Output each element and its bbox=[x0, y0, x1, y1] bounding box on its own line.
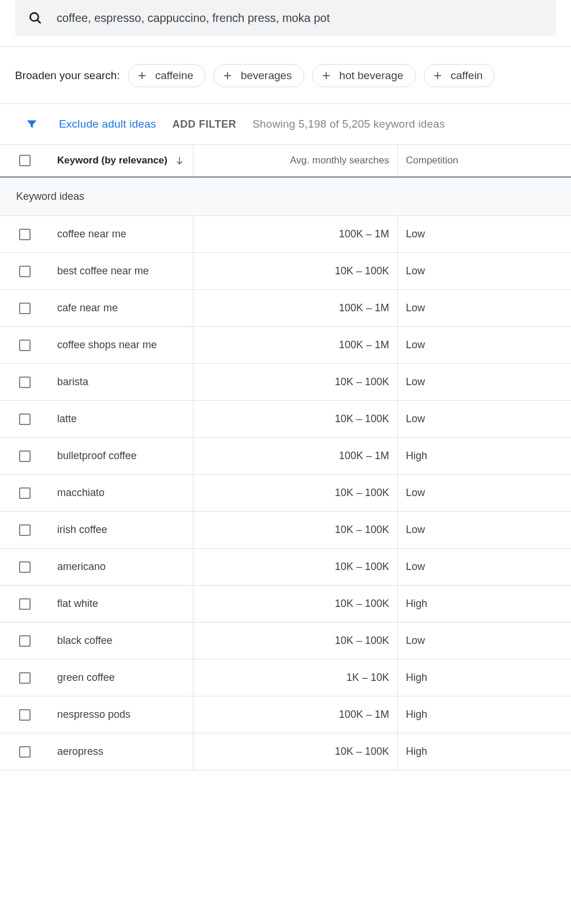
table-row: nespresso pods100K – 1MHigh bbox=[0, 696, 571, 733]
table-row: green coffee1K – 10KHigh bbox=[0, 660, 571, 696]
row-checkbox-cell[interactable] bbox=[0, 401, 49, 437]
chip-label: caffeine bbox=[155, 69, 193, 82]
plus-icon bbox=[137, 70, 147, 81]
row-comp-cell: High bbox=[397, 696, 571, 733]
row-keyword-cell[interactable]: latte bbox=[49, 401, 193, 437]
table-row: macchiato10K – 100KLow bbox=[0, 475, 571, 512]
row-keyword-cell[interactable]: best coffee near me bbox=[49, 253, 193, 289]
row-keyword-cell[interactable]: coffee shops near me bbox=[49, 327, 193, 363]
select-all-checkbox[interactable] bbox=[19, 155, 31, 166]
row-keyword-cell[interactable]: coffee near me bbox=[49, 216, 193, 252]
plus-icon bbox=[321, 70, 331, 81]
table-row: best coffee near me10K – 100KLow bbox=[0, 253, 571, 290]
row-checkbox[interactable] bbox=[19, 672, 31, 684]
row-checkbox[interactable] bbox=[19, 377, 31, 388]
table-row: flat white10K – 100KHigh bbox=[0, 586, 571, 623]
row-checkbox[interactable] bbox=[19, 561, 31, 573]
row-keyword-cell[interactable]: macchiato bbox=[49, 475, 193, 511]
row-checkbox[interactable] bbox=[19, 266, 31, 277]
row-checkbox-cell[interactable] bbox=[0, 216, 49, 252]
row-checkbox-cell[interactable] bbox=[0, 696, 49, 733]
row-keyword-cell[interactable]: green coffee bbox=[49, 660, 193, 696]
filter-bar: Exclude adult ideas ADD FILTER Showing 5… bbox=[0, 104, 571, 145]
row-checkbox-cell[interactable] bbox=[0, 364, 49, 400]
row-checkbox-cell[interactable] bbox=[0, 733, 49, 770]
row-avg-cell: 100K – 1M bbox=[193, 438, 397, 474]
sort-arrow-icon bbox=[174, 155, 185, 166]
column-keyword[interactable]: Keyword (by relevance) bbox=[49, 145, 193, 176]
search-icon bbox=[28, 10, 43, 25]
row-checkbox-cell[interactable] bbox=[0, 512, 49, 548]
row-checkbox-cell[interactable] bbox=[0, 438, 49, 474]
row-checkbox[interactable] bbox=[19, 229, 31, 240]
row-keyword-cell[interactable]: aeropress bbox=[49, 733, 193, 770]
exclude-adult-ideas-link[interactable]: Exclude adult ideas bbox=[59, 118, 156, 131]
row-checkbox[interactable] bbox=[19, 303, 31, 314]
row-avg-cell: 10K – 100K bbox=[193, 401, 397, 437]
row-checkbox-cell[interactable] bbox=[0, 327, 49, 363]
row-keyword-cell[interactable]: bulletproof coffee bbox=[49, 438, 193, 474]
row-checkbox[interactable] bbox=[19, 746, 31, 758]
row-checkbox[interactable] bbox=[19, 450, 31, 462]
row-comp-cell: Low bbox=[397, 290, 571, 326]
broaden-row: Broaden your search: caffeinebeveragesho… bbox=[0, 47, 571, 104]
row-avg-cell: 10K – 100K bbox=[193, 253, 397, 289]
filter-icon[interactable] bbox=[25, 118, 38, 131]
row-checkbox-cell[interactable] bbox=[0, 549, 49, 585]
column-avg-searches[interactable]: Avg. monthly searches bbox=[193, 145, 397, 176]
row-checkbox-cell[interactable] bbox=[0, 475, 49, 511]
table-row: bulletproof coffee100K – 1MHigh bbox=[0, 438, 571, 475]
row-comp-cell: Low bbox=[397, 253, 571, 289]
broaden-chip[interactable]: caffeine bbox=[128, 64, 206, 87]
row-keyword-cell[interactable]: black coffee bbox=[49, 623, 193, 659]
broaden-chip[interactable]: hot beverage bbox=[312, 64, 416, 87]
row-avg-cell: 10K – 100K bbox=[193, 512, 397, 548]
row-comp-cell: Low bbox=[397, 512, 571, 548]
row-checkbox[interactable] bbox=[19, 487, 31, 499]
table-row: barista10K – 100KLow bbox=[0, 364, 571, 401]
row-checkbox[interactable] bbox=[19, 413, 31, 425]
broaden-chip[interactable]: beverages bbox=[214, 64, 304, 87]
column-keyword-label: Keyword (by relevance) bbox=[57, 154, 167, 167]
row-checkbox[interactable] bbox=[19, 598, 31, 610]
row-keyword-cell[interactable]: flat white bbox=[49, 586, 193, 622]
search-bar[interactable]: coffee, espresso, cappuccino, french pre… bbox=[15, 0, 556, 36]
row-checkbox-cell[interactable] bbox=[0, 623, 49, 659]
row-avg-cell: 10K – 100K bbox=[193, 733, 397, 770]
plus-icon bbox=[432, 70, 443, 81]
table-row: latte10K – 100KLow bbox=[0, 401, 571, 438]
row-avg-cell: 100K – 1M bbox=[193, 327, 397, 363]
showing-count: Showing 5,198 of 5,205 keyword ideas bbox=[252, 118, 445, 131]
add-filter-button[interactable]: ADD FILTER bbox=[173, 118, 237, 131]
table-row: coffee near me100K – 1MLow bbox=[0, 216, 571, 253]
broaden-label: Broaden your search: bbox=[15, 69, 120, 82]
row-keyword-cell[interactable]: nespresso pods bbox=[49, 696, 193, 733]
row-avg-cell: 10K – 100K bbox=[193, 623, 397, 659]
row-comp-cell: Low bbox=[397, 327, 571, 363]
row-checkbox-cell[interactable] bbox=[0, 290, 49, 326]
column-competition[interactable]: Competition bbox=[397, 145, 571, 176]
row-comp-cell: High bbox=[397, 586, 571, 622]
row-keyword-cell[interactable]: barista bbox=[49, 364, 193, 400]
row-keyword-cell[interactable]: americano bbox=[49, 549, 193, 585]
row-checkbox[interactable] bbox=[19, 340, 31, 351]
row-checkbox-cell[interactable] bbox=[0, 253, 49, 289]
row-comp-cell: High bbox=[397, 660, 571, 696]
table-row: aeropress10K – 100KHigh bbox=[0, 733, 571, 770]
row-avg-cell: 10K – 100K bbox=[193, 586, 397, 622]
row-checkbox-cell[interactable] bbox=[0, 660, 49, 696]
row-comp-cell: Low bbox=[397, 364, 571, 400]
row-keyword-cell[interactable]: cafe near me bbox=[49, 290, 193, 326]
row-avg-cell: 10K – 100K bbox=[193, 475, 397, 511]
broaden-chip[interactable]: caffein bbox=[424, 64, 495, 87]
row-keyword-cell[interactable]: irish coffee bbox=[49, 512, 193, 548]
row-checkbox[interactable] bbox=[19, 524, 31, 536]
chip-label: caffein bbox=[451, 69, 483, 82]
row-checkbox[interactable] bbox=[19, 709, 31, 721]
row-checkbox-cell[interactable] bbox=[0, 586, 49, 622]
table-row: coffee shops near me100K – 1MLow bbox=[0, 327, 571, 364]
row-avg-cell: 100K – 1M bbox=[193, 696, 397, 733]
search-query: coffee, espresso, cappuccino, french pre… bbox=[57, 12, 330, 25]
select-all-cell[interactable] bbox=[0, 145, 49, 176]
row-checkbox[interactable] bbox=[19, 635, 31, 647]
